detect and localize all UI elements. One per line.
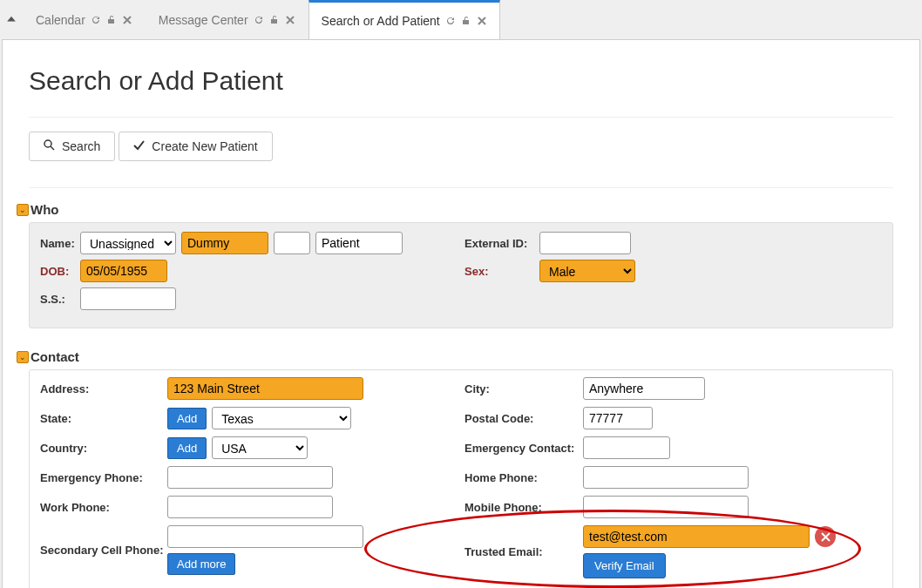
ssn-label: S.S.: (37, 293, 80, 306)
address-label: Address: (37, 382, 167, 395)
unlock-icon[interactable] (106, 15, 117, 25)
external-id-label: External ID: (461, 237, 539, 250)
tab-label: Calendar (36, 13, 85, 27)
tab-calendar[interactable]: Calendar (23, 0, 146, 39)
sex-label: Sex: (461, 265, 539, 278)
tab-message-center[interactable]: Message Center (146, 0, 308, 39)
section-header-contact: ⌄ Contact (17, 349, 893, 364)
address-input[interactable] (167, 377, 363, 400)
close-icon[interactable] (477, 16, 487, 26)
mobile-phone-label: Mobile Phone: (461, 501, 583, 514)
country-label: Country: (37, 442, 167, 455)
trusted-email-label: Trusted Email: (461, 545, 583, 558)
postal-label: Postal Code: (461, 412, 583, 425)
city-input[interactable] (583, 377, 705, 400)
state-select[interactable]: Texas (212, 407, 351, 429)
emergency-phone-label: Emergency Phone: (37, 471, 167, 484)
add-more-button[interactable]: Add more (167, 553, 235, 575)
title-select[interactable]: Unassigned (80, 232, 176, 254)
check-icon (133, 139, 145, 153)
state-label: State: (37, 412, 167, 425)
divider (29, 187, 893, 188)
add-state-button[interactable]: Add (167, 408, 207, 429)
first-name-input[interactable] (181, 232, 268, 254)
tab-label: Search or Add Patient (322, 14, 440, 28)
divider (29, 117, 893, 118)
unlock-icon[interactable] (461, 16, 471, 26)
page-content: Search or Add Patient Search Create New … (2, 39, 920, 588)
collapse-caret[interactable] (7, 16, 16, 21)
contact-panel: Address: State: Add Texas Country: Add U… (29, 369, 893, 588)
verify-email-button[interactable]: Verify Email (583, 553, 666, 578)
ssn-input[interactable] (80, 287, 176, 310)
city-label: City: (461, 382, 583, 395)
refresh-icon[interactable] (254, 15, 264, 25)
dob-input[interactable] (80, 260, 167, 282)
name-label: Name: (37, 237, 80, 250)
sex-select[interactable]: Male (539, 260, 635, 282)
emergency-phone-input[interactable] (167, 466, 333, 489)
close-icon[interactable] (285, 15, 295, 25)
postal-input[interactable] (583, 407, 653, 429)
refresh-icon[interactable] (445, 16, 456, 26)
create-patient-button[interactable]: Create New Patient (119, 132, 272, 161)
close-icon[interactable] (122, 15, 132, 25)
mobile-phone-input[interactable] (583, 496, 749, 518)
action-buttons: Search Create New Patient (29, 132, 893, 161)
button-label: Search (62, 139, 100, 153)
work-phone-label: Work Phone: (37, 501, 167, 514)
section-header-who: ⌄ Who (17, 202, 893, 217)
secondary-cell-input[interactable] (167, 525, 363, 548)
search-button[interactable]: Search (29, 132, 115, 161)
clear-email-icon[interactable] (815, 526, 836, 547)
home-phone-input[interactable] (583, 466, 749, 489)
dob-label: DOB: (37, 265, 80, 278)
who-panel: Name: Unassigned DOB: S.S.: (29, 222, 893, 328)
section-title: Who (31, 202, 58, 217)
trusted-email-input[interactable] (583, 525, 810, 548)
middle-name-input[interactable] (274, 232, 310, 254)
secondary-cell-label: Secondary Cell Phone: (37, 544, 167, 557)
refresh-icon[interactable] (91, 15, 101, 25)
add-country-button[interactable]: Add (167, 437, 207, 459)
work-phone-input[interactable] (167, 496, 333, 518)
unlock-icon[interactable] (269, 15, 280, 25)
collapse-toggle[interactable]: ⌄ (17, 204, 29, 216)
svg-line-1 (51, 146, 54, 150)
last-name-input[interactable] (315, 232, 403, 254)
svg-point-0 (44, 140, 51, 147)
section-title: Contact (31, 349, 79, 364)
country-select[interactable]: USA (212, 436, 308, 459)
emergency-contact-label: Emergency Contact: (461, 442, 583, 455)
button-label: Create New Patient (152, 139, 257, 153)
page-title: Search or Add Patient (29, 66, 893, 96)
tab-search-add-patient[interactable]: Search or Add Patient (308, 0, 500, 39)
tab-bar: Calendar Message Center Search or Add Pa… (0, 0, 922, 39)
home-phone-label: Home Phone: (461, 471, 583, 484)
search-icon (44, 139, 55, 153)
tab-label: Message Center (159, 13, 248, 27)
collapse-toggle[interactable]: ⌄ (17, 351, 29, 363)
external-id-input[interactable] (539, 232, 631, 254)
emergency-contact-input[interactable] (583, 436, 670, 459)
